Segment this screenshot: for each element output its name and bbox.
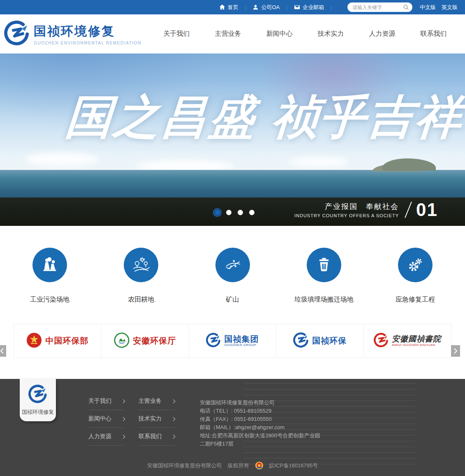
search-icon[interactable] bbox=[403, 4, 409, 10]
footer-link-business[interactable]: 主营业务 bbox=[139, 397, 175, 410]
lang-english-link[interactable]: 英文版 bbox=[442, 4, 458, 11]
mine-icon bbox=[215, 248, 250, 282]
partner-name: 安徽國禎書院 bbox=[392, 335, 441, 344]
service-mine[interactable]: 矿山 bbox=[198, 248, 268, 313]
partner-name: 安徽环保厅 bbox=[133, 335, 176, 346]
service-label: 应急修复工程 bbox=[396, 295, 435, 304]
guozhen-academy-logo-icon bbox=[374, 333, 389, 349]
chevron-right-icon bbox=[121, 434, 125, 439]
company-oa-label: 公司OA bbox=[261, 4, 280, 11]
main-nav: 关于我们 主营业务 新闻中心 技术实力 人力资源 联系我们 bbox=[151, 26, 459, 42]
partner-guozhen-academy[interactable]: 安徽國禎書院 ANHUI GUOZHEN SHUYUAN bbox=[364, 324, 451, 358]
partner-anhui-epb[interactable]: 安徽环保厅 bbox=[102, 324, 189, 358]
partner-subtitle: ANHUI GUOZHEN SHUYUAN bbox=[392, 344, 441, 347]
trash-bin-icon bbox=[307, 248, 341, 282]
copyright-company: 安徽国祯环境修复股份有限公司 bbox=[147, 462, 222, 469]
separator: | bbox=[331, 5, 332, 10]
service-label: 垃圾填埋场搬迁场地 bbox=[294, 295, 354, 304]
partner-name: 国祯集团 bbox=[224, 334, 259, 344]
company-address-line2: 二期F5楼17层 bbox=[200, 440, 320, 448]
anhui-epb-emblem-icon bbox=[114, 332, 130, 350]
separator: | bbox=[245, 5, 246, 10]
nav-hr[interactable]: 人力资源 bbox=[356, 26, 408, 42]
guozhen-group-logo-icon bbox=[206, 333, 221, 349]
guozhen-env-logo-icon bbox=[293, 332, 309, 350]
partner-logos: 中国环保部 安徽环保厅 国祯集团 GU bbox=[14, 324, 451, 358]
company-tel: 电话（TEL）: 0551-69105529 bbox=[200, 407, 320, 415]
home-icon bbox=[219, 4, 225, 10]
footer-link-about[interactable]: 关于我们 bbox=[88, 397, 125, 410]
nav-news[interactable]: 新闻中心 bbox=[254, 26, 305, 42]
topbar: 首页 | 公司OA | 企业邮箱 | 中文版 英文版 bbox=[0, 0, 465, 14]
footer-link-label: 新闻中心 bbox=[88, 415, 111, 423]
footer-link-label: 主营业务 bbox=[139, 397, 162, 405]
partner-china-mep[interactable]: 中国环保部 bbox=[14, 324, 102, 358]
chevron-right-icon bbox=[171, 434, 176, 439]
banner-caption: 产业报国 奉献社会 INDUSTRY COUNTRY OFFERS A SOCI… bbox=[294, 200, 438, 220]
company-name: 安徽国祯环境修复股份有限公司 bbox=[200, 399, 320, 407]
service-landfill[interactable]: 垃圾填埋场搬迁场地 bbox=[289, 248, 359, 313]
site-logo[interactable]: 国祯环境修复 GUOZHEN ENVIRONMENTAL REMEDIATION bbox=[4, 21, 141, 48]
caption-chinese: 产业报国 奉献社会 bbox=[294, 202, 399, 211]
carousel-prev-button[interactable] bbox=[0, 345, 6, 357]
footer-nav: 关于我们 主营业务 新闻中心 技术实力 人力资源 联系我们 bbox=[88, 397, 175, 446]
cloud bbox=[288, 156, 349, 167]
copyright-bar: 安徽国祯环境修复股份有限公司 版权所有 皖ICP备16016795号 bbox=[0, 461, 465, 470]
company-oa-link[interactable]: 公司OA bbox=[252, 4, 280, 11]
lang-chinese-link[interactable]: 中文版 bbox=[420, 4, 436, 11]
nav-contact[interactable]: 联系我们 bbox=[408, 26, 459, 42]
footer-link-label: 技术实力 bbox=[139, 415, 162, 423]
enterprise-mail-label: 企业邮箱 bbox=[303, 4, 324, 11]
police-badge-icon bbox=[255, 461, 264, 470]
partner-guozhen-env[interactable]: 国祯环保 bbox=[276, 324, 364, 358]
footer-link-label: 关于我们 bbox=[88, 397, 111, 405]
logo-title: 国祯环境修复 bbox=[34, 23, 141, 40]
footer: 国祯环境修复 关于我们 主营业务 新闻中心 技术实力 人力资源 联系我们 安徽国… bbox=[0, 379, 465, 476]
search-box[interactable] bbox=[347, 2, 412, 12]
service-farmland[interactable]: 农田耕地 bbox=[106, 248, 176, 313]
home-label: 首页 bbox=[228, 4, 238, 11]
services-section: 工业污染场地 农田耕地 矿山 bbox=[0, 226, 465, 313]
footer-company-info: 安徽国祯环境修复股份有限公司 电话（TEL）: 0551-69105529 传真… bbox=[200, 399, 320, 448]
separator: | bbox=[286, 5, 287, 10]
user-icon bbox=[252, 4, 259, 10]
banner-sea bbox=[0, 170, 465, 197]
chevron-right-icon bbox=[171, 399, 176, 403]
banner-headline: 国之昌盛祯乎吉祥 bbox=[64, 86, 409, 149]
service-label: 矿山 bbox=[226, 295, 239, 304]
cloud bbox=[25, 152, 99, 166]
footer-link-technology[interactable]: 技术实力 bbox=[139, 415, 175, 428]
footer-link-label: 人力资源 bbox=[88, 433, 111, 440]
partner-guozhen-group[interactable]: 国祯集团 GUOZHEN GROUP bbox=[189, 324, 277, 358]
factory-icon bbox=[32, 248, 67, 282]
footer-link-hr[interactable]: 人力资源 bbox=[88, 433, 125, 446]
service-label: 工业污染场地 bbox=[30, 295, 69, 304]
carousel-dot-1[interactable] bbox=[215, 210, 220, 215]
service-emergency-repair[interactable]: 应急修复工程 bbox=[380, 248, 450, 313]
partner-name: 中国环保部 bbox=[45, 335, 88, 346]
caption-slash bbox=[405, 202, 412, 218]
carousel-next-button[interactable] bbox=[451, 345, 460, 357]
carousel-dot-4[interactable] bbox=[249, 210, 254, 215]
partner-name: 国祯环保 bbox=[312, 335, 347, 346]
carousel-dots bbox=[215, 210, 254, 215]
headline-right: 祯乎吉祥 bbox=[271, 91, 465, 143]
service-industrial-site[interactable]: 工业污染场地 bbox=[15, 248, 85, 313]
nav-about[interactable]: 关于我们 bbox=[151, 26, 202, 42]
enterprise-mail-link[interactable]: 企业邮箱 bbox=[294, 4, 324, 11]
mail-icon bbox=[294, 4, 300, 10]
footer-link-news[interactable]: 新闻中心 bbox=[88, 415, 125, 428]
carousel-dot-2[interactable] bbox=[226, 210, 231, 215]
gears-icon bbox=[398, 248, 433, 282]
nav-business[interactable]: 主营业务 bbox=[202, 26, 254, 42]
nav-technology[interactable]: 技术实力 bbox=[305, 26, 356, 42]
guozhen-logo-icon bbox=[4, 21, 30, 48]
search-input[interactable] bbox=[352, 5, 403, 10]
footer-link-label: 联系我们 bbox=[139, 433, 162, 440]
chevron-right-icon bbox=[121, 399, 125, 403]
footer-link-contact[interactable]: 联系我们 bbox=[139, 433, 175, 446]
icp-record-link[interactable]: 皖ICP备16016795号 bbox=[269, 462, 318, 469]
carousel-dot-3[interactable] bbox=[238, 210, 243, 215]
footer-logo-card: 国祯环境修复 bbox=[20, 379, 56, 421]
home-link[interactable]: 首页 bbox=[219, 4, 238, 11]
